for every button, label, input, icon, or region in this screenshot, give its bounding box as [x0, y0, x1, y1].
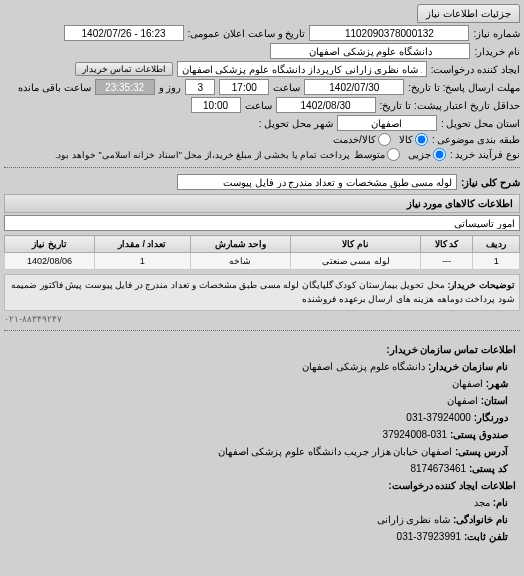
org-value: دانشگاه علوم پزشکی اصفهان	[302, 361, 425, 372]
th-code: کد کالا	[420, 236, 473, 253]
postbox-label: صندوق پستی:	[450, 429, 508, 440]
desc-input[interactable]	[177, 174, 457, 190]
deadline-date-input[interactable]	[304, 79, 404, 95]
buy-type-label: نوع فرآیند خرید :	[450, 149, 520, 160]
buyer-label: نام خریدار:	[474, 46, 520, 57]
header-tab[interactable]: جزئیات اطلاعات نیاز	[417, 4, 520, 23]
category-label: طبقه بندی موضوعی :	[432, 134, 520, 145]
fax-value: 031-37924000	[406, 410, 471, 426]
phone-label: تلفن ثابت:	[464, 531, 508, 542]
th-date: تاریخ نیاز	[5, 236, 95, 253]
td-code: ---	[420, 253, 473, 270]
buyer-notes-label: توضیحات خریدار:	[448, 280, 516, 290]
footer-phone: ۰۲۱-۸۸۳۴۹۲۴۷	[4, 314, 520, 324]
statistical-input[interactable]	[4, 215, 520, 231]
city-label: شهر محل تحویل :	[259, 118, 333, 129]
contact-title: اطلاعات تماس سازمان خریدار:	[386, 344, 516, 355]
td-qty: 1	[94, 253, 190, 270]
contact-province-value: اصفهان	[447, 395, 478, 406]
radio-kala-label: کالا	[399, 134, 413, 145]
postcode-value: 8174673461	[410, 461, 466, 477]
deadline-time-input[interactable]	[219, 79, 269, 95]
buyer-notes-box: توضیحات خریدار: محل تحویل بیمارستان کودک…	[4, 274, 520, 311]
td-unit: شاخه	[190, 253, 291, 270]
radio-jozi-input[interactable]	[433, 148, 446, 161]
radio-kala[interactable]: کالا	[399, 133, 428, 146]
req-number-input[interactable]	[309, 25, 469, 41]
td-date: 1402/08/06	[5, 253, 95, 270]
saat-label-1: ساعت	[273, 82, 300, 93]
province-input[interactable]	[337, 115, 437, 131]
validity-date-input[interactable]	[276, 97, 376, 113]
th-qty: تعداد / مقدار	[94, 236, 190, 253]
req-number-label: شماره نیاز:	[473, 28, 520, 39]
th-idx: ردیف	[473, 236, 520, 253]
family-value: شاه نظری زارانی	[377, 514, 451, 525]
radio-khadamat[interactable]: کالا/خدمت	[333, 133, 391, 146]
radio-jozi-label: جزیی	[408, 149, 431, 160]
creator-label: ایجاد کننده درخواست:	[431, 64, 520, 75]
saat-label-2: ساعت	[245, 100, 272, 111]
family-label: نام خانوادگی:	[453, 514, 508, 525]
days-label: روز و	[159, 82, 182, 93]
table-row[interactable]: 1 --- لوله مسی صنعتی شاخه 1 1402/08/06	[5, 253, 520, 270]
buyer-input[interactable]	[270, 43, 470, 59]
address-value: اصفهان خیابان هزار جریب دانشگاه علوم پزش…	[218, 446, 452, 457]
announce-label: تاریخ و ساعت اعلان عمومی:	[188, 28, 306, 39]
contact-province-label: استان:	[481, 395, 508, 406]
radio-motavaset-label: متوسط	[354, 149, 385, 160]
creator-contact-title: اطلاعات ایجاد کننده درخواست:	[388, 480, 516, 491]
td-idx: 1	[473, 253, 520, 270]
th-name: نام کالا	[291, 236, 420, 253]
td-name: لوله مسی صنعتی	[291, 253, 420, 270]
buyer-notes-text: محل تحویل بیمارستان کودک گلپایگان لوله م…	[11, 280, 515, 304]
postcode-label: کد پستی:	[469, 463, 508, 474]
address-label: آدرس پستی:	[455, 446, 508, 457]
table-header-row: ردیف کد کالا نام کالا واحد شمارش تعداد /…	[5, 236, 520, 253]
buy-type-note: پرداخت تمام یا بخشی از مبلغ خرید،از محل …	[55, 150, 350, 160]
radio-motavaset[interactable]: متوسط	[354, 148, 400, 161]
contact-city-value: اصفهان	[452, 378, 483, 389]
phone-value: 031-37923991	[397, 529, 462, 545]
deadline-label: مهلت ارسال پاسخ: تا تاریخ:	[408, 82, 520, 93]
radio-kala-input[interactable]	[415, 133, 428, 146]
th-unit: واحد شمارش	[190, 236, 291, 253]
contact-button[interactable]: اطلاعات تماس خریدار	[75, 62, 173, 76]
province-label: استان محل تحویل :	[441, 118, 520, 129]
creator-input[interactable]	[177, 61, 427, 77]
announce-input[interactable]	[64, 25, 184, 41]
radio-khadamat-input[interactable]	[378, 133, 391, 146]
goods-section-title: اطلاعات کالاهای مورد نیاز	[4, 194, 520, 213]
desc-label: شرح کلی نیاز:	[461, 177, 520, 188]
contact-city-label: شهر:	[486, 378, 508, 389]
fax-label: دورنگار:	[474, 412, 508, 423]
validity-label: حداقل تاریخ اعتبار پیشت: تا تاریخ:	[380, 100, 520, 111]
postbox-value: 37924008-031	[383, 427, 448, 443]
radio-motavaset-input[interactable]	[387, 148, 400, 161]
goods-table: ردیف کد کالا نام کالا واحد شمارش تعداد /…	[4, 235, 520, 270]
name-value: مجد	[474, 497, 490, 508]
org-label: نام سازمان خریدار:	[428, 361, 508, 372]
remaining-label: ساعت باقی مانده	[18, 82, 91, 93]
days-input[interactable]	[185, 79, 215, 95]
radio-khadamat-label: کالا/خدمت	[333, 134, 376, 145]
name-label: نام:	[493, 497, 508, 508]
validity-time-input[interactable]	[191, 97, 241, 113]
remaining-time-input	[95, 79, 155, 95]
radio-jozi[interactable]: جزیی	[408, 148, 446, 161]
